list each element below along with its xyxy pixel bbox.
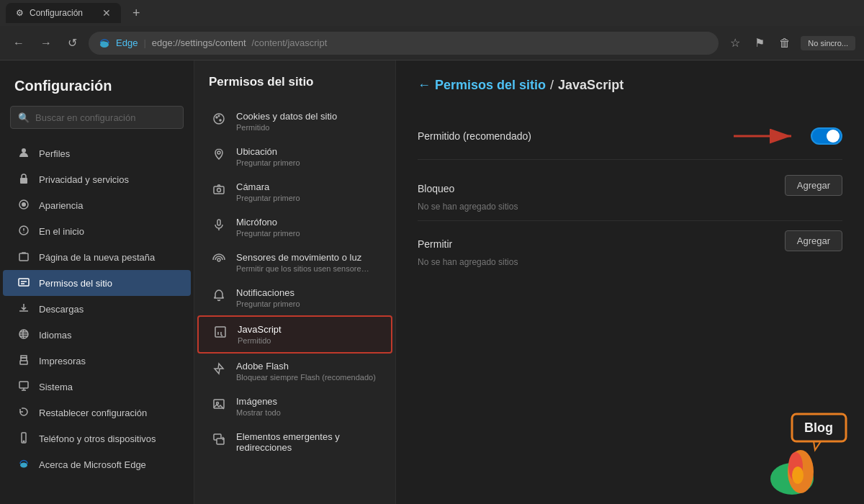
sidebar-item-label: Acerca de Microsoft Edge [39,459,146,470]
location-icon [212,148,226,162]
profile-icon [17,147,30,160]
breadcrumb-link[interactable]: Permisos del sitio [435,78,546,93]
right-panel: ← Permisos del sitio / JavaScript Permit… [396,60,864,504]
svg-point-41 [792,467,804,484]
notification-icon [212,289,226,303]
download-icon [17,302,30,315]
toolbar-right: ☆ ⚑ 🗑 No sincro... [726,33,855,53]
svg-point-1 [22,148,26,153]
perm-name-cookies: Cookies y datos del sitio [236,111,337,122]
svg-point-3 [22,202,26,207]
svg-point-21 [217,189,221,192]
sidebar-item-sistema[interactable]: Sistema [3,374,191,400]
permitir-agregar-button[interactable]: Agregar [785,230,842,251]
sidebar-item-label: Privacidad y servicios [39,174,129,185]
forward-button[interactable]: → [36,34,56,53]
favorites-icon[interactable]: ☆ [726,33,744,53]
perm-name-camara: Cámara [236,181,300,192]
sidebar-item-permisos-sitio[interactable]: Permisos del sitio [3,270,191,296]
perm-sub-ubicacion: Preguntar primero [236,158,300,167]
breadcrumb-sep: / [550,78,554,93]
permitido-label: Permitido (recomendado) [418,130,531,142]
perm-item-adobe-flash[interactable]: Adobe Flash Bloquear siempre Flash (reco… [197,354,392,389]
sidebar-item-label: Permisos del sitio [39,278,112,289]
back-arrow-icon[interactable]: ← [418,78,431,93]
svg-rect-7 [19,279,29,286]
perm-item-notificaciones[interactable]: Notificaciones Preguntar primero [197,280,392,315]
address-separator: | [143,37,145,48]
bloqueo-empty-text: No se han agregado sitios [418,199,842,220]
languages-icon [17,328,30,341]
perm-sub-camara: Preguntar primero [236,194,300,202]
about-icon [17,458,30,471]
sidebar-item-label: Sistema [39,382,73,392]
sidebar-item-perfiles[interactable]: Perfiles [3,140,191,166]
tab-icon: ⚙ [16,8,24,18]
javascript-icon [213,325,228,340]
address-brand: Edge [116,37,138,48]
address-url-right: /content/javascript [252,37,328,48]
system-icon [17,380,30,393]
sidebar-item-descargas[interactable]: Descargas [3,296,191,322]
collections-icon[interactable]: ⚑ [750,33,769,53]
perm-item-cookies[interactable]: Cookies y datos del sitio Permitido [197,104,392,139]
svg-rect-2 [20,178,27,184]
popup-icon [212,433,226,447]
appearance-icon [17,199,30,212]
sidebar-item-idiomas[interactable]: Idiomas [3,322,191,348]
toggle-knob [827,130,840,143]
sidebar-item-label: Página de la nueva pestaña [39,252,155,263]
perm-item-imagenes[interactable]: Imágenes Mostrar todo [197,389,392,424]
perm-name-emergentes: Elementos emergentes y redirecciones [236,431,378,453]
sidebar-item-label: En el inicio [39,226,84,237]
svg-point-13 [23,441,24,442]
svg-rect-6 [19,253,28,261]
sensor-icon [212,253,226,268]
microphone-icon [212,218,226,233]
history-icon[interactable]: 🗑 [775,34,795,53]
back-button[interactable]: ← [9,34,29,53]
perm-item-sensores[interactable]: Sensores de movimiento o luz Permitir qu… [197,245,392,280]
perm-item-microfono[interactable]: Micrófono Preguntar primero [197,210,392,245]
perm-item-javascript[interactable]: JavaScript Permitido [197,315,392,354]
sidebar-item-nueva-pestana[interactable]: Página de la nueva pestaña [3,244,191,270]
svg-marker-28 [215,364,223,374]
newtab-icon [17,251,30,264]
perm-sub-notificaciones: Preguntar primero [236,300,300,308]
breadcrumb: ← Permisos del sitio / JavaScript [418,78,842,93]
sidebar-item-impresoras[interactable]: Impresoras [3,348,191,374]
sync-button[interactable]: No sincro... [801,36,855,50]
edge-logo-icon [99,37,110,49]
phone-icon [17,432,30,445]
perm-item-camara[interactable]: Cámara Preguntar primero [197,174,392,210]
breadcrumb-current: JavaScript [558,78,624,93]
middle-panel: Permisos del sitio Cookies y datos del s… [194,60,396,504]
sidebar-item-label: Perfiles [39,148,70,159]
sidebar-item-telefono[interactable]: Teléfono y otros dispositivos [3,426,191,451]
js-arrow-icon [391,324,396,346]
middle-panel-title: Permisos del sitio [194,75,395,104]
sidebar-item-restablecer[interactable]: Restablecer configuración [3,400,191,426]
startup-icon [17,225,30,238]
sidebar-item-privacidad[interactable]: Privacidad y servicios [3,166,191,192]
sidebar-item-label: Restablecer configuración [39,408,147,418]
sidebar-item-apariencia[interactable]: Apariencia [3,192,191,218]
refresh-button[interactable]: ↺ [63,33,81,53]
sidebar-item-label: Impresoras [39,356,86,366]
bloqueo-agregar-button[interactable]: Agregar [785,175,842,196]
permitido-row: Permitido (recomendado) [418,113,842,160]
sidebar-item-acerca[interactable]: Acerca de Microsoft Edge [3,451,191,477]
perm-item-emergentes[interactable]: Elementos emergentes y redirecciones [197,424,392,462]
titlebar: ⚙ Configuración ✕ + [0,0,864,26]
permitido-toggle[interactable] [811,127,842,145]
svg-marker-37 [814,441,821,450]
sidebar-item-inicio[interactable]: En el inicio [3,218,191,244]
browser-tab[interactable]: ⚙ Configuración ✕ [6,3,121,23]
address-bar[interactable]: Edge | edge://settings/content /content/… [89,32,719,55]
printer-icon [17,354,30,367]
tab-close-button[interactable]: ✕ [102,7,111,19]
perm-item-ubicacion[interactable]: Ubicación Preguntar primero [197,139,392,174]
sidebar-search[interactable]: 🔍 Buscar en configuración [10,106,184,129]
new-tab-button[interactable]: + [127,6,146,21]
perm-sub-sensores: Permitir que los sitios usen sensores de… [236,264,373,273]
